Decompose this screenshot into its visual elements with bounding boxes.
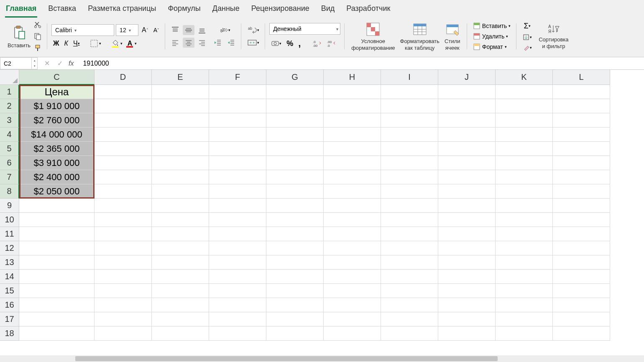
horizontal-scrollbar[interactable] — [0, 355, 644, 362]
cell-G13[interactable] — [266, 255, 324, 270]
font-name-combo[interactable]: Calibri▾ — [51, 24, 114, 36]
cell-C1[interactable]: Цена — [19, 85, 95, 99]
cell-E7[interactable] — [152, 170, 209, 184]
cell-J10[interactable] — [438, 213, 496, 227]
cell-L9[interactable] — [553, 199, 610, 213]
cell-L13[interactable] — [553, 255, 610, 270]
cell-D14[interactable] — [95, 270, 152, 284]
cell-H18[interactable] — [324, 326, 381, 341]
align-top-button[interactable] — [169, 25, 181, 35]
cell-G10[interactable] — [266, 213, 324, 227]
spreadsheet-grid[interactable]: CDEFGHIJKL 1Цена2$1 910 0003$2 760 0004$… — [0, 70, 644, 362]
cell-H6[interactable] — [324, 156, 381, 170]
cell-J16[interactable] — [438, 298, 496, 312]
cell-C16[interactable] — [19, 298, 95, 312]
merge-button[interactable]: ▾ — [245, 38, 261, 48]
cell-K1[interactable] — [496, 85, 553, 99]
cell-K11[interactable] — [496, 227, 553, 241]
row-header-11[interactable]: 11 — [0, 227, 19, 241]
cell-H7[interactable] — [324, 170, 381, 184]
row-header-4[interactable]: 4 — [0, 127, 19, 142]
row-header-7[interactable]: 7 — [0, 170, 19, 184]
cancel-formula-button[interactable]: ✕ — [43, 59, 51, 68]
cell-D16[interactable] — [95, 298, 152, 312]
cell-I6[interactable] — [381, 156, 438, 170]
row-header-17[interactable]: 17 — [0, 312, 19, 326]
row-header-14[interactable]: 14 — [0, 270, 19, 284]
cell-G18[interactable] — [266, 326, 324, 341]
cell-E6[interactable] — [152, 156, 209, 170]
cell-F12[interactable] — [209, 241, 266, 255]
increase-font-button[interactable]: A˄ — [140, 25, 150, 35]
formula-input[interactable]: 1910000 — [79, 60, 644, 67]
tab-вставка[interactable]: Вставка — [47, 3, 77, 18]
cell-F6[interactable] — [209, 156, 266, 170]
cell-I12[interactable] — [381, 241, 438, 255]
cell-K14[interactable] — [496, 270, 553, 284]
cell-H4[interactable] — [324, 127, 381, 142]
cell-K18[interactable] — [496, 326, 553, 341]
column-header-K[interactable]: K — [496, 70, 553, 85]
percent-button[interactable]: % — [285, 38, 295, 49]
row-header-16[interactable]: 16 — [0, 298, 19, 312]
cell-F16[interactable] — [209, 298, 266, 312]
row-header-8[interactable]: 8 — [0, 184, 19, 199]
cell-K17[interactable] — [496, 312, 553, 326]
clear-button[interactable]: ▾ — [521, 43, 534, 52]
cell-F3[interactable] — [209, 113, 266, 127]
delete-cells-button[interactable]: Удалить▾ — [471, 32, 512, 41]
cell-C4[interactable]: $14 000 000 — [19, 127, 95, 142]
cell-H17[interactable] — [324, 312, 381, 326]
cell-H8[interactable] — [324, 184, 381, 199]
cell-K7[interactable] — [496, 170, 553, 184]
cell-J18[interactable] — [438, 326, 496, 341]
cell-C5[interactable]: $2 365 000 — [19, 142, 95, 156]
tab-формулы[interactable]: Формулы — [167, 3, 201, 18]
cell-G5[interactable] — [266, 142, 324, 156]
number-format-combo[interactable]: Денежный▾ — [269, 23, 340, 35]
cell-H5[interactable] — [324, 142, 381, 156]
cell-I1[interactable] — [381, 85, 438, 99]
cell-H15[interactable] — [324, 284, 381, 298]
fill-color-button[interactable]: ▾ — [110, 38, 124, 48]
cell-F2[interactable] — [209, 99, 266, 113]
align-bottom-button[interactable] — [196, 25, 208, 35]
cell-C14[interactable] — [19, 270, 95, 284]
cell-L12[interactable] — [553, 241, 610, 255]
cell-K6[interactable] — [496, 156, 553, 170]
cell-J7[interactable] — [438, 170, 496, 184]
cell-K13[interactable] — [496, 255, 553, 270]
cell-L17[interactable] — [553, 312, 610, 326]
cell-F13[interactable] — [209, 255, 266, 270]
cell-D15[interactable] — [95, 284, 152, 298]
cell-F15[interactable] — [209, 284, 266, 298]
tab-разработчик[interactable]: Разработчик — [345, 3, 391, 18]
cell-L15[interactable] — [553, 284, 610, 298]
cell-D3[interactable] — [95, 113, 152, 127]
cell-G11[interactable] — [266, 227, 324, 241]
cell-C8[interactable]: $2 050 000 — [19, 184, 95, 199]
cell-L5[interactable] — [553, 142, 610, 156]
cell-H10[interactable] — [324, 213, 381, 227]
cell-L7[interactable] — [553, 170, 610, 184]
confirm-formula-button[interactable]: ✓ — [56, 59, 64, 68]
cell-D8[interactable] — [95, 184, 152, 199]
cell-K4[interactable] — [496, 127, 553, 142]
cell-G17[interactable] — [266, 312, 324, 326]
cell-E8[interactable] — [152, 184, 209, 199]
cell-styles-button[interactable]: Стили ячеек — [442, 21, 463, 51]
cell-G2[interactable] — [266, 99, 324, 113]
format-cells-button[interactable]: Формат▾ — [471, 42, 512, 51]
cell-E5[interactable] — [152, 142, 209, 156]
cell-G4[interactable] — [266, 127, 324, 142]
currency-button[interactable]: ▾ — [269, 38, 283, 48]
cell-C11[interactable] — [19, 227, 95, 241]
cell-K12[interactable] — [496, 241, 553, 255]
cell-J12[interactable] — [438, 241, 496, 255]
cell-E14[interactable] — [152, 270, 209, 284]
cell-F1[interactable] — [209, 85, 266, 99]
cell-I11[interactable] — [381, 227, 438, 241]
cell-J1[interactable] — [438, 85, 496, 99]
font-size-combo[interactable]: 12▾ — [116, 24, 138, 36]
cell-I18[interactable] — [381, 326, 438, 341]
